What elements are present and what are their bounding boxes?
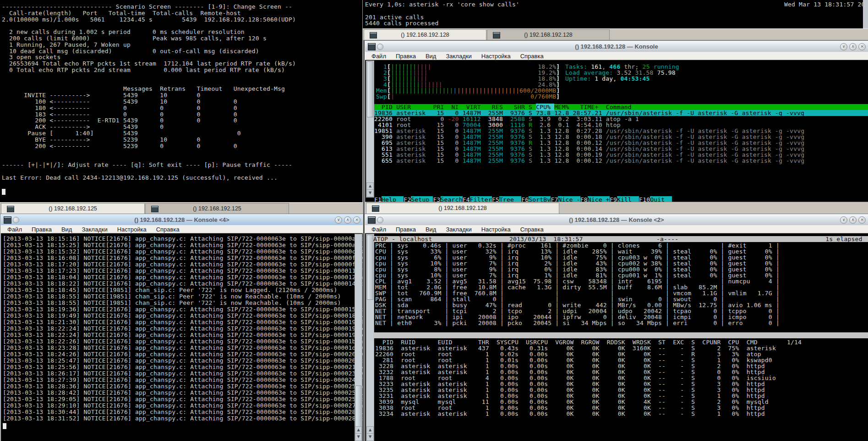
scroll-down-icon[interactable]: ▼ <box>355 433 362 441</box>
terminal-line: NET | eth0 3% | pcki 20008 | pcko 20045 … <box>375 320 780 326</box>
terminal-line: Last Error: Dead call 2434-12213@192.168… <box>2 175 296 181</box>
konsole-window-htop: () 192.168.192.128 — Konsole ∨∧× ФайлПра… <box>364 40 868 215</box>
terminal-line: 3234 asterisk asterisk 1 0.00s 0.00s 0K … <box>375 411 802 417</box>
titlebar-log[interactable]: () 192.168.192.128 — Konsole <4> ∨∧× <box>1 215 363 226</box>
window-title: () 192.168.192.128 — Konsole <box>365 41 868 52</box>
window-title: () 192.168.192.128 — Konsole <2> <box>365 215 868 225</box>
menu-item[interactable]: Справка <box>156 226 180 233</box>
close-button[interactable]: × <box>858 216 866 224</box>
watch-datetime: Wed Mar 13 18:31:57 2013 <box>784 1 868 8</box>
menu-item[interactable]: Справка <box>520 52 544 60</box>
tab-label: () 192.168.192.128 <box>366 203 559 213</box>
scrollbar[interactable]: ▲ ▼ <box>366 61 374 198</box>
menu-item[interactable]: Справка <box>520 226 544 233</box>
menu-item[interactable]: Правка <box>32 226 52 233</box>
terminal-line: 180 <---------- 0 0 0 0 <box>2 105 296 111</box>
scrollbar-thumb[interactable] <box>367 61 373 117</box>
terminal-line: [2013-03-13 18:17:23] NOTICE[21676] app_… <box>3 268 363 274</box>
atop-terminal[interactable]: ▲ ▼ ATOP - localhost 2013/03/13 18:31:57… <box>365 233 868 441</box>
session-tab[interactable]: () 192.168.192.128 <box>364 29 486 40</box>
window-buttons: ∨∧× <box>335 216 360 224</box>
terminal-line <box>2 149 296 155</box>
maximize-button[interactable]: ∧ <box>849 43 857 50</box>
menu-item[interactable]: Настройка <box>481 226 511 233</box>
terminal-line <box>2 73 296 80</box>
tab-label: () 192.168.192.125 <box>1 204 144 214</box>
terminal-line <box>2 22 296 29</box>
terminal-line: ACK ----------> 5439 0 <box>2 124 296 130</box>
menu-item[interactable]: Настройка <box>481 52 511 60</box>
htop-meters: 1[||||||||||| 18.2%] 2[|||||||||| 19.2%]… <box>376 64 560 99</box>
close-button[interactable]: × <box>353 216 360 224</box>
menu-item[interactable]: Настройка <box>117 226 147 233</box>
log-terminal[interactable]: [2013-03-13 18:15:16] NOTICE[21676] app_… <box>1 233 363 441</box>
terminal-line: 183 <---------- 0 0 0 0 <box>2 111 296 118</box>
watch-scrollbar[interactable] <box>863 0 868 28</box>
tab-bar-watch: () 192.168.192.128() 192.168.192.128 <box>363 28 868 40</box>
maximize-button[interactable]: ∧ <box>344 216 351 224</box>
close-button[interactable]: × <box>858 43 866 50</box>
terminal-line: [2013-03-13 18:28:36] NOTICE[21676] app_… <box>3 383 363 390</box>
titlebar-atop[interactable]: () 192.168.192.128 — Konsole <2> ∨∧× <box>365 215 868 226</box>
titlebar-htop[interactable]: () 192.168.192.128 — Konsole ∨∧× <box>365 41 868 52</box>
terminal-line: 5440 calls processed <box>365 20 439 27</box>
sipp-terminal[interactable]: ------------------------------ Scenario … <box>0 0 363 202</box>
watch-terminal[interactable]: Every 1,0s: asterisk -rx 'core show call… <box>363 0 868 28</box>
htop-terminal[interactable]: ▲ ▼ 1[||||||||||| 18.2%] 2[|||||||||| 19… <box>365 60 868 203</box>
menu-item[interactable]: Правка <box>396 52 416 60</box>
tab-label: () 192.168.192.128 <box>364 30 486 40</box>
asterisk-log-output: [2013-03-13 18:15:16] NOTICE[21676] app_… <box>3 236 363 422</box>
terminal-line: [2013-03-13 18:26:17] NOTICE[21676] app_… <box>3 370 363 377</box>
maximize-button[interactable]: ∧ <box>849 216 857 224</box>
menu-item[interactable]: Вид <box>426 52 437 60</box>
scroll-down-icon[interactable]: ▼ <box>366 433 374 441</box>
terminal-line: [2013-03-13 18:21:30] NOTICE[21676] app_… <box>3 319 363 325</box>
minimize-button[interactable]: ∨ <box>840 216 847 224</box>
terminal-line <box>365 8 439 14</box>
scroll-down-icon[interactable]: ▼ <box>366 189 374 197</box>
minimize-button[interactable]: ∨ <box>840 43 847 50</box>
terminal-line: [2013-03-13 18:22:24] NOTICE[21676] app_… <box>3 332 363 338</box>
session-tab[interactable]: () 192.168.192.128 <box>366 203 559 214</box>
menu-item[interactable]: Вид <box>426 226 437 233</box>
session-tab[interactable]: () 192.168.192.125 <box>1 203 145 214</box>
tab-bar-sipp: () 192.168.192.125() 192.168.192.125 <box>0 202 363 215</box>
menu-item[interactable]: Закладки <box>446 226 471 233</box>
terminal-line: [2013-03-13 18:30:44] NOTICE[21676] app_… <box>3 409 363 415</box>
terminal-line: [2013-03-13 18:19:36] NOTICE[21676] app_… <box>3 306 363 313</box>
tab-label: () 192.168.192.128 <box>487 30 609 40</box>
menu-item[interactable]: Файл <box>371 52 386 60</box>
terminal-line: [2013-03-13 18:31:52] NOTICE[21676] app_… <box>3 415 363 422</box>
terminal-line: 26553694 Total echo RTP pckts 1st stream… <box>2 61 296 67</box>
terminal-line <box>365 1 439 8</box>
menu-item[interactable]: Файл <box>371 226 386 233</box>
terminal-line: 201 active calls <box>365 14 439 21</box>
terminal-line: 2.0(100000 ms)/1.000s 5061 1234.45 s 543… <box>2 17 296 23</box>
terminal-line: [2013-03-13 18:25:56] NOTICE[21676] app_… <box>3 364 363 370</box>
menu-item[interactable]: Правка <box>396 226 416 233</box>
menubar-atop: ФайлПравкаВидЗакладкиНастройкаСправка <box>365 225 868 233</box>
menu-item[interactable]: Файл <box>7 226 22 233</box>
window-buttons: ∨∧× <box>840 216 866 224</box>
menu-item[interactable]: Закладки <box>446 52 471 60</box>
scrollbar[interactable]: ▲ ▼ <box>355 234 362 441</box>
terminal-line: [2013-03-13 18:18:22] NOTICE[21676] app_… <box>3 281 363 287</box>
session-tab[interactable]: () 192.168.192.125 <box>145 203 289 214</box>
menu-item[interactable]: Вид <box>61 226 72 233</box>
terminal-line: [2013-03-13 18:27:39] NOTICE[21676] app_… <box>3 377 363 383</box>
terminal-line: 655 asterisk 15 0 1487M 255M 9376 S 1.3 … <box>374 158 868 164</box>
session-tab[interactable]: () 192.168.192.128 <box>487 29 610 40</box>
minimize-button[interactable]: ∨ <box>335 216 342 224</box>
scrollbar-thumb[interactable] <box>355 386 361 427</box>
htop-process-table: PID USER PRI NI VIRT RES SHR S CPU% MEM%… <box>374 104 868 164</box>
terminal-line: [2013-03-13 18:17:20] NOTICE[21676] app_… <box>3 261 363 268</box>
terminal-line: [2013-03-13 18:23:28] NOTICE[21676] app_… <box>3 345 363 351</box>
terminal-line <box>2 80 296 86</box>
atop-header-line: ATOP - localhost 2013/03/13 18:31:57 -a-… <box>373 236 868 242</box>
htop-tasks-summary: Tasks: 161, 466 thr; 25 runningLoad aver… <box>565 64 679 82</box>
menu-item[interactable]: Закладки <box>82 226 107 233</box>
tab-bar-htop: () 192.168.192.128 <box>365 202 868 214</box>
terminal-line: [2013-03-13 18:28:42] NOTICE[21676] app_… <box>3 390 363 396</box>
scrollbar-thumb[interactable] <box>367 235 373 300</box>
terminal-line: [2013-03-13 18:15:25] NOTICE[21676] app_… <box>3 242 363 248</box>
